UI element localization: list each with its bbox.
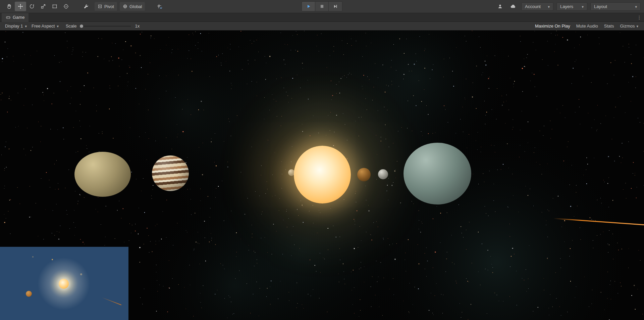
chevron-down-icon xyxy=(25,24,27,28)
transform-tools xyxy=(3,2,72,11)
rotate-icon xyxy=(29,4,35,9)
game-view-icon xyxy=(6,15,11,20)
toolbar-left: Pivot Global xyxy=(3,2,165,11)
minimap-planet xyxy=(26,291,32,297)
display-label: Display 1 xyxy=(5,24,23,29)
gray-planet xyxy=(378,169,388,179)
services-button[interactable] xyxy=(495,2,505,11)
chevron-down-icon xyxy=(636,24,638,28)
aspect-dropdown[interactable]: Free Aspect xyxy=(29,22,61,31)
minimap-streak xyxy=(102,297,122,305)
global-toggle-button[interactable]: Global xyxy=(120,2,145,11)
sun xyxy=(294,146,351,203)
cloud-button[interactable] xyxy=(508,2,518,11)
pivot-icon xyxy=(98,4,102,9)
game-viewport[interactable] xyxy=(0,31,644,320)
rect-tool-button[interactable] xyxy=(49,2,60,11)
transform-tool-button[interactable] xyxy=(60,2,72,11)
chevron-down-icon xyxy=(635,4,637,9)
grid-snap-icon xyxy=(157,4,162,9)
wrench-icon xyxy=(84,4,89,9)
toolbar-right: Account Layers Layout xyxy=(495,2,641,11)
scale-icon xyxy=(41,4,46,9)
minimap-speck xyxy=(80,273,82,275)
play-button[interactable] xyxy=(302,2,315,11)
account-label: Account xyxy=(525,4,541,9)
minimap-sun xyxy=(59,279,69,289)
jupiter-planet xyxy=(152,155,189,191)
account-dropdown[interactable]: Account xyxy=(521,2,553,11)
layers-label: Layers xyxy=(560,4,573,9)
chevron-down-icon xyxy=(57,24,59,28)
scale-value: 1x xyxy=(135,24,140,29)
tab-game[interactable]: Game xyxy=(2,13,29,22)
custom-tool-button[interactable] xyxy=(80,2,92,11)
stats-toggle[interactable]: Stats xyxy=(601,22,617,31)
cloud-icon xyxy=(510,4,516,9)
layout-dropdown[interactable]: Layout xyxy=(590,2,641,11)
step-button[interactable] xyxy=(329,2,342,11)
maximize-label: Maximize On Play xyxy=(535,24,570,29)
display-dropdown[interactable]: Display 1 xyxy=(3,22,29,31)
transform-icon xyxy=(63,4,69,9)
teal-planet xyxy=(404,143,471,204)
hand-tool-button[interactable] xyxy=(3,2,15,11)
brown-planet xyxy=(357,168,371,181)
globe-icon xyxy=(123,4,127,9)
global-label: Global xyxy=(129,4,142,9)
olive-planet xyxy=(74,152,131,197)
game-view-toolbar: Display 1 Free Aspect Scale 1x Maximize … xyxy=(0,22,644,31)
aspect-label: Free Aspect xyxy=(32,24,55,29)
pause-button[interactable] xyxy=(315,2,329,11)
play-icon xyxy=(306,4,311,9)
scale-slider-knob[interactable] xyxy=(80,25,83,28)
grid-snap-button[interactable] xyxy=(154,2,165,11)
viewbar-right: Maximize On Play Mute Audio Stats Gizmos xyxy=(532,22,641,31)
minimap-speck xyxy=(52,259,53,260)
step-icon xyxy=(333,4,338,9)
scale-slider[interactable] xyxy=(80,26,131,27)
move-tool-button[interactable] xyxy=(15,2,26,11)
tab-menu-button[interactable] xyxy=(636,13,643,22)
scale-label: Scale xyxy=(66,24,77,29)
scale-control: Scale 1x xyxy=(66,24,140,29)
minimap-view xyxy=(0,247,128,320)
move-icon xyxy=(18,4,23,9)
pivot-label: Pivot xyxy=(104,4,114,9)
gizmos-dropdown[interactable]: Gizmos xyxy=(617,22,641,31)
maximize-on-play-toggle[interactable]: Maximize On Play xyxy=(532,22,573,31)
scale-tool-button[interactable] xyxy=(38,2,49,11)
stats-label: Stats xyxy=(604,24,614,29)
rotate-tool-button[interactable] xyxy=(26,2,38,11)
chevron-down-icon xyxy=(582,4,584,9)
play-controls xyxy=(302,1,342,11)
viewbar-left: Display 1 Free Aspect Scale 1x xyxy=(3,22,140,31)
game-tab-label: Game xyxy=(13,15,24,20)
chevron-down-icon xyxy=(548,4,550,9)
mute-audio-toggle[interactable]: Mute Audio xyxy=(573,22,601,31)
person-icon xyxy=(497,4,503,9)
view-tab-bar: Game xyxy=(0,13,644,22)
layout-label: Layout xyxy=(594,4,607,9)
pivot-toggle-button[interactable]: Pivot xyxy=(95,2,117,11)
mute-label: Mute Audio xyxy=(576,24,598,29)
minimap-speck xyxy=(32,256,34,258)
main-toolbar: Pivot Global xyxy=(0,0,644,13)
rect-icon xyxy=(52,4,57,9)
gizmos-label: Gizmos xyxy=(620,24,635,29)
pause-icon xyxy=(320,4,324,9)
layers-dropdown[interactable]: Layers xyxy=(556,2,587,11)
hand-icon xyxy=(6,4,12,9)
